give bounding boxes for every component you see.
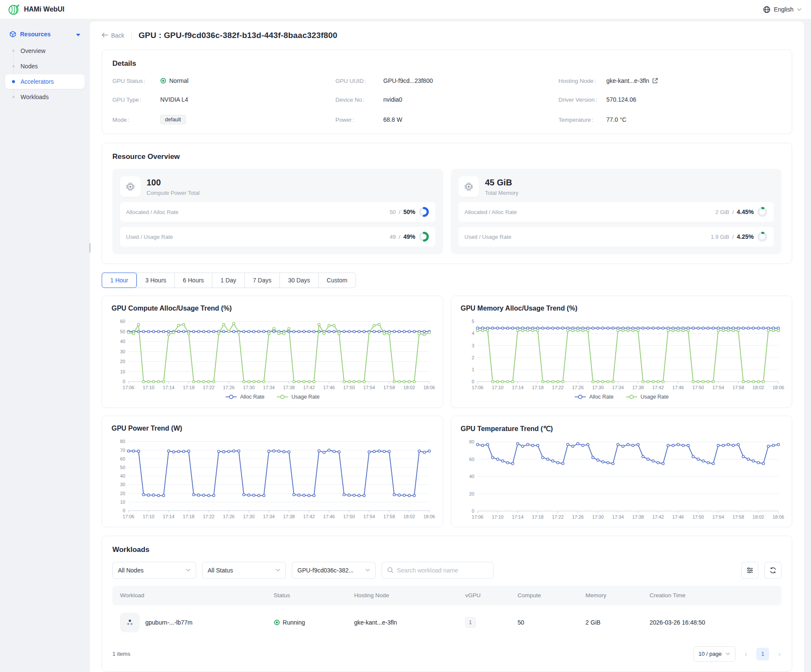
- svg-text:17:58: 17:58: [732, 514, 744, 519]
- brand: HAMi WebUI: [8, 3, 65, 15]
- field-value: nvidia0: [383, 96, 402, 103]
- back-button[interactable]: Back: [102, 32, 124, 39]
- divider: [131, 32, 132, 39]
- next-page-button[interactable]: ›: [778, 650, 782, 657]
- back-label: Back: [111, 32, 124, 39]
- status-filter-select[interactable]: All Status: [202, 562, 286, 579]
- field-hosting-node: Hosting Node gke-kant...e-3fln: [558, 77, 782, 84]
- memory-chip-icon: [458, 176, 479, 197]
- svg-text:17:34: 17:34: [263, 514, 275, 519]
- chart-title: GPU Power Trend (W): [110, 425, 435, 432]
- sidebar-item-overview[interactable]: Overview: [5, 44, 85, 58]
- svg-text:17:30: 17:30: [243, 385, 255, 390]
- svg-text:17:22: 17:22: [203, 514, 215, 519]
- svg-text:17:46: 17:46: [323, 514, 335, 519]
- field-label: Temperature: [558, 117, 606, 123]
- workload-avatar-icon: [120, 613, 140, 632]
- column-settings-button[interactable]: [741, 562, 758, 579]
- svg-text:60: 60: [469, 457, 474, 462]
- tab-custom[interactable]: Custom: [318, 273, 356, 288]
- search-icon: [387, 567, 394, 573]
- svg-text:18:02: 18:02: [752, 385, 764, 390]
- col-creation-time: Creation Time: [649, 592, 774, 599]
- rate-percent: 4.45%: [737, 208, 754, 215]
- rate-value: 1.9 GiB: [711, 234, 729, 240]
- tree-dot-icon: [12, 65, 15, 67]
- legend-item[interactable]: Usage Rate: [626, 394, 669, 400]
- field-label: Device No: [335, 97, 383, 103]
- svg-text:17:38: 17:38: [283, 514, 295, 519]
- compute-trend-chart: 010203040506017:0617:1017:1417:1817:2217…: [110, 317, 435, 393]
- legend-item[interactable]: Alloc Rate: [225, 394, 264, 400]
- svg-text:17:18: 17:18: [532, 514, 544, 519]
- prev-page-button[interactable]: ‹: [744, 650, 748, 657]
- tab-30-days[interactable]: 30 Days: [279, 273, 318, 288]
- field-value: Normal: [169, 77, 188, 84]
- tab-3-hours[interactable]: 3 Hours: [137, 273, 174, 288]
- nodes-filter-select[interactable]: All Nodes: [112, 562, 196, 579]
- svg-text:10: 10: [120, 369, 125, 374]
- external-link-icon[interactable]: [652, 78, 658, 84]
- tab-7-days[interactable]: 7 Days: [244, 273, 280, 288]
- refresh-button[interactable]: [764, 562, 782, 579]
- svg-text:20: 20: [120, 491, 125, 496]
- svg-text:18:06: 18:06: [773, 385, 784, 390]
- field-value: NVIDIA L4: [160, 96, 188, 103]
- page-size-select[interactable]: 10 / page: [693, 646, 735, 662]
- sidebar-item-workloads[interactable]: Workloads: [5, 90, 85, 104]
- svg-text:17:54: 17:54: [363, 514, 375, 519]
- pagination: 10 / page ‹ 1 ›: [693, 646, 782, 662]
- chevron-down-icon: [276, 569, 280, 572]
- sidebar-resize-handle[interactable]: [89, 243, 91, 252]
- workload-name[interactable]: gpuburn-...-lb77m: [145, 619, 193, 626]
- language-selector[interactable]: English: [763, 6, 802, 13]
- page-size-value: 10 / page: [699, 651, 722, 657]
- nodes-filter-value: All Nodes: [118, 567, 144, 574]
- tab-1-day[interactable]: 1 Day: [212, 273, 244, 288]
- sidebar-item-accelerators[interactable]: Accelerators: [5, 74, 85, 89]
- workload-node: gke-kant...e-3fln: [354, 619, 465, 626]
- svg-text:17:58: 17:58: [732, 385, 744, 390]
- field-value: 68.8 W: [383, 116, 402, 123]
- gpu-filter-select[interactable]: GPU-f9cd036c-382...: [292, 562, 376, 579]
- svg-text:17:18: 17:18: [532, 385, 544, 390]
- details-grid: GPU Status Normal GPU UUID GPU-f9cd...23…: [112, 77, 782, 124]
- svg-text:0: 0: [123, 508, 125, 513]
- table-header: Workload Status Hosting Node vGPU Comput…: [112, 586, 782, 605]
- svg-text:17:54: 17:54: [363, 385, 375, 390]
- svg-text:10: 10: [120, 499, 125, 505]
- svg-text:17:50: 17:50: [343, 385, 355, 390]
- sidebar-section-resources[interactable]: Resources: [5, 27, 85, 41]
- svg-text:17:50: 17:50: [692, 385, 704, 390]
- field-gpu-status: GPU Status Normal: [112, 77, 335, 84]
- power-trend-chart: 0102030405060708017:0617:1017:1417:1817:…: [110, 437, 435, 522]
- table-row[interactable]: gpuburn-...-lb77m Running gke-kant...e-3…: [112, 605, 782, 640]
- sidebar-item-label: Nodes: [21, 63, 38, 70]
- memory-total: 45 GiB: [485, 178, 518, 188]
- workload-creation-time: 2026-03-26 16:48:50: [649, 619, 774, 626]
- workloads-filters: All Nodes All Status GPU-f9cd036c-382...: [112, 562, 782, 579]
- sidebar-item-label: Workloads: [21, 94, 49, 100]
- main-content: Back GPU : GPU-f9cd036c-382f-b13d-443f-8…: [90, 21, 804, 672]
- sidebar-item-nodes[interactable]: Nodes: [5, 59, 85, 73]
- chart-title: GPU Temperature Trend (℃): [459, 425, 784, 433]
- svg-text:17:18: 17:18: [183, 514, 194, 519]
- tab-6-hours[interactable]: 6 Hours: [174, 273, 212, 288]
- rate-percent: 4.25%: [737, 233, 754, 240]
- svg-text:17:46: 17:46: [323, 385, 335, 390]
- total-memory-card: 45 GiB Total Memory Allocated / Alloc Ra…: [451, 169, 782, 254]
- legend-label: Alloc Rate: [589, 394, 614, 400]
- language-label: English: [774, 6, 793, 13]
- workload-search-input[interactable]: [397, 567, 488, 574]
- svg-text:17:10: 17:10: [143, 514, 154, 519]
- svg-text:17:42: 17:42: [652, 514, 664, 519]
- svg-text:60: 60: [120, 319, 125, 324]
- compute-subtitle: Compute Power Total: [147, 190, 200, 196]
- page-number[interactable]: 1: [756, 648, 769, 660]
- svg-text:17:26: 17:26: [223, 385, 235, 390]
- field-label: GPU Type: [112, 97, 160, 103]
- legend-item[interactable]: Alloc Rate: [574, 394, 614, 400]
- svg-text:17:38: 17:38: [632, 514, 644, 519]
- tab-1-hour[interactable]: 1 Hour: [102, 273, 137, 288]
- legend-item[interactable]: Usage Rate: [276, 394, 320, 400]
